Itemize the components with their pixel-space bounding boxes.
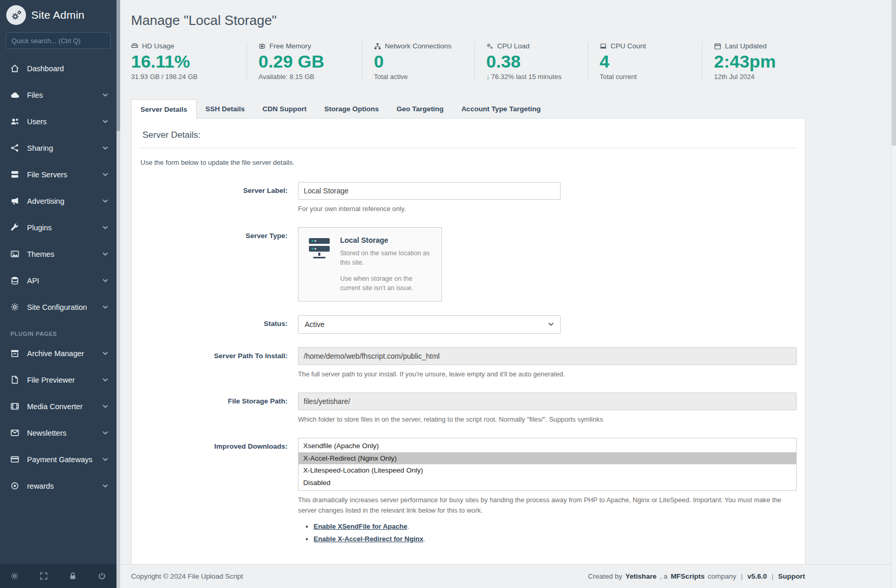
chevron-down-icon bbox=[102, 484, 108, 488]
tab-server-details[interactable]: Server Details bbox=[131, 99, 197, 119]
sidebar-scrollbar-thumb[interactable] bbox=[116, 0, 120, 131]
storage-path-input[interactable] bbox=[298, 393, 797, 410]
sidebar-item-file-servers[interactable]: File Servers bbox=[0, 161, 116, 188]
tab-ssh-details[interactable]: SSH Details bbox=[197, 99, 254, 118]
server-type-desc-1: Stored on the same location as this site… bbox=[340, 249, 434, 267]
sidebar-scrollbar[interactable] bbox=[116, 0, 120, 588]
improved-downloads-option-selected[interactable]: X-Accel-Redirect (Nginx Only) bbox=[298, 452, 796, 465]
status-label: Status: bbox=[139, 315, 298, 334]
sidebar-item-advertising[interactable]: Advertising bbox=[0, 188, 116, 214]
improved-downloads-option[interactable]: X-Litespeed-Location (Litespeed Only) bbox=[298, 464, 796, 477]
power-icon[interactable] bbox=[95, 569, 109, 583]
sidebar-item-api[interactable]: API bbox=[0, 267, 116, 294]
users-icon bbox=[10, 117, 24, 126]
target-icon bbox=[10, 481, 24, 490]
sidebar-item-plugins[interactable]: Plugins bbox=[0, 214, 116, 241]
sidebar-item-dashboard[interactable]: Dashboard bbox=[0, 55, 116, 82]
sidebar-item-media-converter[interactable]: Media Converter bbox=[0, 393, 116, 420]
tab-storage-options[interactable]: Storage Options bbox=[316, 99, 388, 118]
server-label-label: Server Label: bbox=[139, 182, 298, 214]
chevron-down-icon bbox=[548, 322, 554, 326]
stat-sub: Total current bbox=[600, 73, 702, 81]
settings-gear-icon[interactable] bbox=[7, 569, 22, 583]
improved-downloads-label: Improved Downloads: bbox=[139, 438, 298, 584]
sidebar-item-themes[interactable]: Themes bbox=[0, 241, 116, 267]
hdd-icon bbox=[131, 43, 138, 50]
sidebar-item-file-previewer[interactable]: File Previewer bbox=[0, 367, 116, 393]
image-icon bbox=[10, 250, 24, 258]
footer-copyright: Copyright © 2024 File Upload Script bbox=[131, 572, 243, 580]
stat-sub: 12th Jul 2024 bbox=[714, 73, 776, 81]
sidebar-plugin-nav: Archive Manager File Previewer Media Con… bbox=[0, 340, 116, 499]
main-area: Manage "Local Storage" HD Usage 16.11% 3… bbox=[120, 0, 896, 588]
tab-cdn-support[interactable]: CDN Support bbox=[254, 99, 316, 118]
stat-network-connections: Network Connections 0 Total active bbox=[362, 42, 474, 81]
form-row-storage-path: File Storage Path: Which folder to store… bbox=[139, 393, 797, 424]
stat-cpu-count: CPU Count 4 Total current bbox=[588, 42, 702, 81]
wrench-icon bbox=[10, 223, 24, 232]
enable-xaccel-redirect-nginx-link[interactable]: Enable X-Accel-Redirect for Nginx bbox=[314, 535, 423, 543]
list-item: Enable XSendFile for Apache. bbox=[314, 522, 797, 530]
chevron-down-icon bbox=[102, 305, 108, 309]
chevron-down-icon bbox=[102, 226, 108, 229]
chevron-down-icon bbox=[102, 120, 108, 123]
yetishare-link[interactable]: Yetishare bbox=[626, 572, 657, 580]
fullscreen-icon[interactable] bbox=[36, 569, 51, 583]
stat-value: 16.11% bbox=[131, 51, 246, 72]
cloud-icon bbox=[10, 90, 24, 99]
server-path-input[interactable] bbox=[298, 347, 797, 365]
chevron-down-icon bbox=[102, 252, 108, 256]
page-title: Manage "Local Storage" bbox=[131, 12, 806, 29]
tab-geo-targeting[interactable]: Geo Targeting bbox=[388, 99, 453, 118]
sidebar-item-users[interactable]: Users bbox=[0, 108, 116, 135]
stat-value: 2:43pm bbox=[714, 51, 776, 72]
sidebar-item-payment-gateways[interactable]: Payment Gateways bbox=[0, 446, 116, 473]
form-row-improved-downloads: Improved Downloads: Xsendfile (Apache On… bbox=[139, 438, 797, 584]
stat-last-updated: Last Updated 2:43pm 12th Jul 2024 bbox=[702, 42, 776, 81]
page-scrollbar-thumb[interactable] bbox=[892, 0, 896, 146]
form-row-server-path: Server Path To Install: The full server … bbox=[139, 347, 797, 379]
plugin-pages-section-label: PLUGIN PAGES bbox=[0, 320, 116, 340]
tab-bar: Server Details SSH Details CDN Support S… bbox=[131, 99, 806, 118]
server-label-input[interactable] bbox=[298, 182, 561, 200]
improved-downloads-option[interactable]: Xsendfile (Apache Only) bbox=[298, 440, 796, 452]
improved-downloads-links: Enable XSendFile for Apache. Enable X-Ac… bbox=[314, 522, 797, 543]
quick-search-input[interactable] bbox=[6, 32, 111, 49]
chevron-down-icon bbox=[102, 378, 108, 382]
sidebar-item-rewards[interactable]: rewards bbox=[0, 473, 116, 499]
chevron-down-icon bbox=[102, 404, 108, 408]
status-select[interactable]: Active bbox=[298, 315, 561, 334]
stat-value: 0.29 GB bbox=[258, 51, 362, 72]
envelope-icon bbox=[10, 428, 24, 437]
support-link[interactable]: Support bbox=[778, 572, 805, 580]
megaphone-icon bbox=[10, 197, 24, 205]
tab-account-type-targeting[interactable]: Account Type Targeting bbox=[452, 99, 550, 118]
brand: Site Admin bbox=[0, 0, 116, 30]
version-badge: v5.6.0 bbox=[747, 572, 767, 580]
improved-downloads-help: This dramatically increases server perfo… bbox=[298, 495, 797, 515]
server-type-card: Local Storage Stored on the same locatio… bbox=[298, 227, 442, 302]
content-container: Manage "Local Storage" HD Usage 16.11% 3… bbox=[120, 0, 806, 588]
sidebar-item-site-configuration[interactable]: Site Configuration bbox=[0, 294, 116, 320]
chevron-down-icon bbox=[102, 431, 108, 435]
archive-icon bbox=[10, 349, 24, 358]
sidebar: Site Admin Dashboard Files bbox=[0, 0, 120, 588]
lock-icon[interactable] bbox=[66, 569, 80, 583]
sidebar-item-files[interactable]: Files bbox=[0, 82, 116, 108]
sidebar-item-newsletters[interactable]: Newsletters bbox=[0, 420, 116, 446]
enable-xsendfile-apache-link[interactable]: Enable XSendFile for Apache bbox=[314, 522, 407, 530]
stat-sub: ↓76.32% last 15 minutes bbox=[486, 73, 588, 81]
improved-downloads-option[interactable]: Disabled bbox=[298, 477, 796, 489]
network-icon bbox=[374, 43, 381, 50]
server-path-label: Server Path To Install: bbox=[139, 347, 298, 379]
stat-value: 0.38 bbox=[486, 51, 588, 72]
form-row-server-type: Server Type: bbox=[139, 227, 797, 302]
improved-downloads-listbox: Xsendfile (Apache Only) X-Accel-Redirect… bbox=[298, 438, 797, 491]
mfscripts-link[interactable]: MFScripts bbox=[671, 572, 705, 580]
divider bbox=[139, 148, 797, 148]
sidebar-nav: Dashboard Files Users Sharing bbox=[0, 55, 116, 320]
server-type-desc-2: Use when storage on the current site isn… bbox=[340, 274, 434, 293]
sidebar-item-sharing[interactable]: Sharing bbox=[0, 135, 116, 161]
page-scrollbar[interactable] bbox=[891, 0, 896, 588]
sidebar-item-archive-manager[interactable]: Archive Manager bbox=[0, 340, 116, 367]
